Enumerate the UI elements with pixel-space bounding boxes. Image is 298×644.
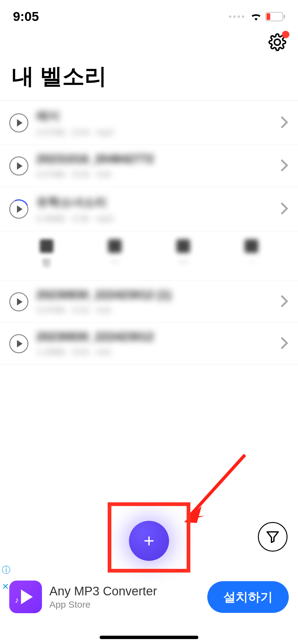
play-button[interactable] <box>9 292 28 311</box>
funnel-icon <box>265 529 280 544</box>
svg-marker-1 <box>189 507 205 518</box>
item-info: 20230830_222423012 (1) 0.97Mb · 0:32 · m… <box>36 288 272 315</box>
play-icon <box>17 162 23 170</box>
tab-icon <box>108 239 122 253</box>
item-title: 유학소녀소리 <box>36 194 272 210</box>
chevron-right-icon <box>280 337 289 350</box>
filter-button[interactable] <box>258 522 288 552</box>
play-icon <box>17 298 23 306</box>
ad-subtitle: App Store <box>49 599 200 610</box>
tab-row: 민 ··· ···· · <box>0 231 298 281</box>
list-item[interactable]: 20230830_222423012 (1) 0.97Mb · 0:32 · m… <box>0 281 298 323</box>
cellular-dots-icon <box>229 15 244 18</box>
play-icon <box>17 340 23 347</box>
ad-app-icon: ♪ <box>9 581 42 613</box>
play-button[interactable] <box>9 156 28 176</box>
list-item[interactable]: 20230830_222423012 1.29Mb · 0:52 · m4r <box>0 323 298 365</box>
item-meta: 1.29Mb · 0:52 · m4r <box>36 347 272 357</box>
item-title: 20230830_222423012 <box>36 330 272 343</box>
item-info: 20230830_222423012 1.29Mb · 0:52 · m4r <box>36 330 272 357</box>
item-meta: 0.97Mb · 0:32 · m4r <box>36 305 272 315</box>
ad-text: Any MP3 Converter App Store <box>49 584 200 610</box>
tab-label: ··· <box>111 257 118 266</box>
list-item[interactable]: 유학소녀소리 0.49Mb · 0:30 · mp3 <box>0 187 298 231</box>
notification-badge <box>282 31 289 38</box>
tab-label: ···· <box>178 257 188 266</box>
annotation-arrow <box>173 447 253 528</box>
tab-label: · <box>250 257 253 266</box>
page-title: 내 벨소리 <box>0 52 298 100</box>
chevron-right-icon <box>280 202 289 216</box>
tab-item[interactable]: · <box>245 239 258 268</box>
item-info: 레이 0.07Mb · 0:04 · mp3 <box>36 108 272 137</box>
wifi-icon <box>250 11 262 22</box>
status-right: 11 <box>229 11 285 22</box>
play-button[interactable] <box>9 113 28 132</box>
ad-banner[interactable]: ⓘ ✕ ♪ Any MP3 Converter App Store 설치하기 <box>0 581 298 613</box>
play-icon <box>17 119 23 127</box>
tab-item[interactable]: ··· <box>108 239 122 268</box>
status-time: 9:05 <box>13 9 39 24</box>
item-info: 유학소녀소리 0.49Mb · 0:30 · mp3 <box>36 194 272 224</box>
chevron-right-icon <box>280 159 289 173</box>
item-meta: 0.07Mb · 0:04 · mp3 <box>36 128 272 137</box>
play-button[interactable] <box>9 334 28 353</box>
toolbar <box>0 28 298 52</box>
chevron-right-icon <box>280 116 289 130</box>
battery-percent: 11 <box>271 14 277 20</box>
item-info: 20231016_204842772 0.07Mb · 0:04 · m4r <box>36 152 272 179</box>
ringtone-list: 레이 0.07Mb · 0:04 · mp3 20231016_20484277… <box>0 100 298 365</box>
item-title: 20230830_222423012 (1) <box>36 288 272 302</box>
fab-area: + <box>0 521 298 561</box>
tab-item[interactable]: ···· <box>176 239 190 268</box>
battery-icon: 11 <box>265 12 285 21</box>
svg-line-0 <box>189 455 245 517</box>
tab-icon <box>245 239 258 253</box>
item-title: 20231016_204842772 <box>36 152 272 166</box>
tab-icon <box>176 239 190 253</box>
item-title: 레이 <box>36 108 272 124</box>
add-button[interactable]: + <box>129 521 169 561</box>
item-meta: 0.07Mb · 0:04 · m4r <box>36 169 272 179</box>
tab-item[interactable]: 민 <box>40 239 53 268</box>
tab-label: 민 <box>42 257 51 268</box>
list-item[interactable]: 20231016_204842772 0.07Mb · 0:04 · m4r <box>0 145 298 187</box>
settings-button[interactable] <box>268 33 286 52</box>
ad-install-button[interactable]: 설치하기 <box>207 581 289 613</box>
list-item[interactable]: 레이 0.07Mb · 0:04 · mp3 <box>0 101 298 145</box>
home-indicator[interactable] <box>100 636 198 639</box>
play-button[interactable] <box>9 200 28 219</box>
svg-marker-2 <box>184 506 202 523</box>
chevron-right-icon <box>280 295 289 309</box>
play-icon <box>17 205 23 213</box>
ad-title: Any MP3 Converter <box>49 584 200 598</box>
item-meta: 0.49Mb · 0:30 · mp3 <box>36 214 272 224</box>
plus-icon: + <box>143 532 154 550</box>
tab-icon <box>40 239 53 253</box>
status-bar: 9:05 11 <box>0 0 298 28</box>
ad-info-icon[interactable]: ⓘ <box>2 564 10 576</box>
